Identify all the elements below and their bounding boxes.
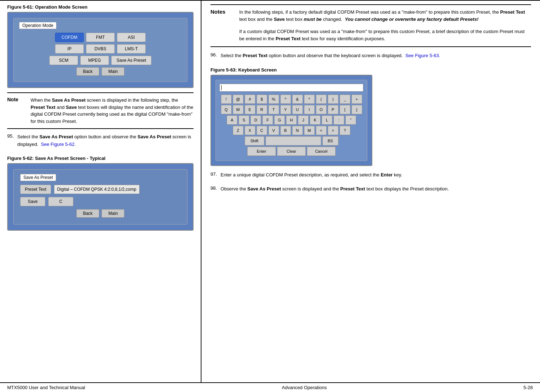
- keyboard-row3: A S D F G H J K L : ": [219, 115, 363, 125]
- key-percent[interactable]: %: [268, 94, 279, 104]
- back-button-fig61[interactable]: Back: [76, 67, 100, 76]
- save-row: Save C: [20, 197, 181, 206]
- operation-mode-label: Operation Mode: [19, 22, 56, 29]
- key-rbrace[interactable]: }: [351, 105, 362, 114]
- clear-key[interactable]: Clear: [277, 147, 306, 156]
- save-button-fig62[interactable]: Save: [20, 197, 45, 206]
- step-95: 95. Select the Save As Preset option but…: [7, 133, 194, 152]
- key-o[interactable]: O: [316, 105, 327, 114]
- key-excl[interactable]: !: [221, 94, 232, 104]
- key-dollar[interactable]: $: [257, 94, 267, 104]
- key-question[interactable]: ?: [340, 126, 350, 135]
- main-button-fig62[interactable]: Main: [101, 209, 124, 218]
- enter-key[interactable]: Enter: [247, 147, 276, 156]
- fig63-link[interactable]: See Figure 5-63.: [405, 53, 440, 58]
- keyboard-row6: Enter Clear Cancel: [219, 147, 363, 156]
- mode-row-3: SCM MPEG Save As Preset: [19, 56, 182, 65]
- key-q[interactable]: Q: [221, 105, 232, 114]
- keyboard-input[interactable]: [219, 84, 363, 92]
- key-rparen[interactable]: ): [328, 94, 339, 104]
- key-lt[interactable]: <: [316, 126, 327, 135]
- notes-label: Notes: [210, 9, 234, 43]
- step-97-num: 97.: [210, 171, 217, 183]
- key-z[interactable]: Z: [233, 126, 244, 135]
- shift-key[interactable]: Shift: [245, 136, 264, 146]
- asi-button[interactable]: ASI: [117, 33, 146, 42]
- fig63-screen: ! @ # $ % ^ & * ( ) _ + Q W E: [210, 75, 372, 166]
- keyboard-row4: Z X C V B N M < > ?: [219, 126, 363, 135]
- back-button-fig62[interactable]: Back: [76, 209, 100, 218]
- key-v[interactable]: V: [268, 126, 279, 135]
- nav-row-fig62: Back Main: [20, 209, 181, 218]
- step-95-text: Select the Save As Preset option button …: [17, 133, 194, 148]
- dvbs-button[interactable]: DVBS: [86, 44, 115, 54]
- lms-t-button[interactable]: LMS-T: [117, 44, 146, 54]
- key-colon[interactable]: :: [333, 115, 344, 125]
- key-g[interactable]: G: [274, 115, 285, 125]
- fig62-title: Figure 5-62: Save As Preset Screen - Typ…: [7, 156, 194, 161]
- key-c[interactable]: C: [257, 126, 267, 135]
- key-amp[interactable]: &: [292, 94, 303, 104]
- footer-left: MTX5000 User and Technical Manual: [7, 385, 85, 390]
- step-96: 96. Select the Preset Text option button…: [210, 52, 531, 63]
- cancel-key[interactable]: Cancel: [307, 147, 336, 156]
- key-p[interactable]: P: [328, 105, 339, 114]
- key-l[interactable]: L: [322, 115, 332, 125]
- key-m[interactable]: M: [304, 126, 315, 135]
- key-d[interactable]: D: [250, 115, 261, 125]
- space-bar[interactable]: [266, 136, 321, 146]
- note-label: Note: [7, 97, 25, 125]
- step-98-text: Observe the Save As Preset screen is dis…: [221, 185, 449, 193]
- key-a[interactable]: A: [227, 115, 237, 125]
- step-98-num: 98.: [210, 185, 217, 197]
- step-95-num: 95.: [7, 133, 14, 152]
- key-hash[interactable]: #: [245, 94, 255, 104]
- key-quote[interactable]: ": [345, 115, 356, 125]
- key-caret[interactable]: ^: [280, 94, 291, 104]
- key-s[interactable]: S: [239, 115, 249, 125]
- notes-content: In the following steps, if a factory def…: [239, 9, 531, 43]
- cursor: [221, 85, 222, 90]
- key-underscore[interactable]: _: [340, 94, 350, 104]
- page-footer: MTX5000 User and Technical Manual Advanc…: [0, 382, 540, 392]
- key-f[interactable]: F: [262, 115, 273, 125]
- key-k[interactable]: K: [310, 115, 321, 125]
- key-i[interactable]: I: [304, 105, 315, 114]
- footer-center: Advanced Operations: [282, 385, 327, 390]
- keyboard-row5: Shift BS: [219, 136, 363, 146]
- fig61-screen: Operation Mode COFDM FMT ASI IP DVBS LMS…: [7, 12, 194, 88]
- key-gt[interactable]: >: [328, 126, 339, 135]
- key-lparen[interactable]: (: [316, 94, 327, 104]
- preset-text-button[interactable]: Preset Text: [20, 185, 51, 194]
- c-button-fig62[interactable]: C: [48, 197, 73, 206]
- key-at[interactable]: @: [233, 94, 244, 104]
- key-w[interactable]: W: [233, 105, 244, 114]
- main-button-fig61[interactable]: Main: [101, 67, 124, 76]
- key-t[interactable]: T: [268, 105, 279, 114]
- fig62-link[interactable]: See Figure 5-62.: [41, 142, 76, 147]
- key-star[interactable]: *: [304, 94, 315, 104]
- key-r[interactable]: R: [257, 105, 267, 114]
- key-h[interactable]: H: [286, 115, 297, 125]
- key-y[interactable]: Y: [280, 105, 291, 114]
- key-b[interactable]: B: [280, 126, 291, 135]
- key-n[interactable]: N: [292, 126, 303, 135]
- key-j[interactable]: J: [298, 115, 309, 125]
- key-e[interactable]: E: [245, 105, 255, 114]
- preset-text-field[interactable]: Digital – COFDM QPSK 4:2:0,8,1/2,comp: [54, 185, 140, 194]
- key-u[interactable]: U: [292, 105, 303, 114]
- save-as-preset-button-fig61[interactable]: Save As Preset: [111, 56, 151, 65]
- key-x[interactable]: X: [245, 126, 255, 135]
- step-96-num: 96.: [210, 52, 217, 63]
- save-as-preset-label: Save As Preset: [20, 174, 56, 181]
- cofdm-button[interactable]: COFDM: [55, 33, 84, 42]
- mpeg-button[interactable]: MPEG: [80, 56, 109, 65]
- key-plus[interactable]: +: [351, 94, 362, 104]
- step-96-text: Select the Preset Text option button and…: [221, 52, 440, 60]
- key-lbrace[interactable]: {: [340, 105, 350, 114]
- ip-button[interactable]: IP: [55, 44, 84, 54]
- fmt-button[interactable]: FMT: [86, 33, 115, 42]
- step-97: 97. Enter a unique digital COFDM Preset …: [210, 171, 531, 183]
- scm-button[interactable]: SCM: [49, 56, 78, 65]
- backspace-key[interactable]: BS: [322, 136, 339, 146]
